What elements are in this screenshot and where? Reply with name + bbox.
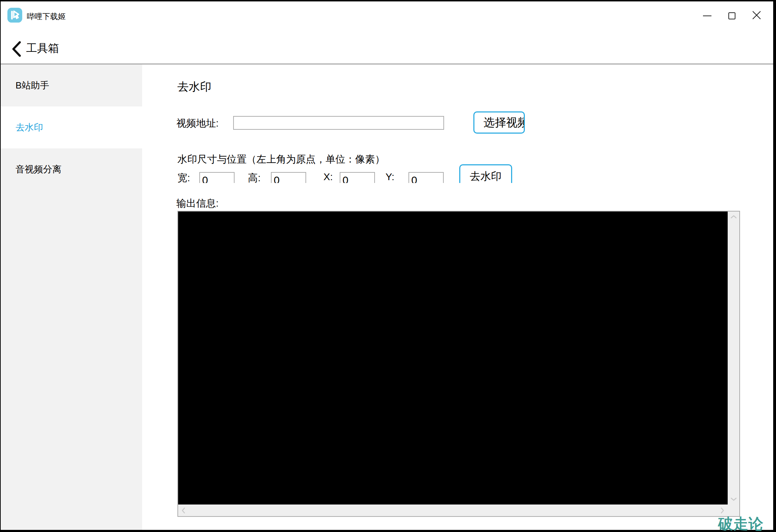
x-label: X: — [323, 171, 333, 183]
window-border-top — [0, 0, 776, 1]
scroll-left-icon[interactable] — [182, 507, 185, 514]
close-button[interactable] — [744, 5, 769, 26]
video-address-label: 视频地址: — [176, 117, 219, 130]
app-logo-icon — [7, 8, 22, 23]
sidebar-item-label: 去水印 — [16, 121, 43, 134]
width-input[interactable] — [199, 172, 235, 183]
minimize-icon — [703, 16, 711, 16]
app-title: 哔哩下载姬 — [27, 11, 66, 22]
watermark-params-row: 宽: 高: X: Y: 去水印 — [159, 163, 536, 183]
scroll-right-icon[interactable] — [721, 507, 724, 514]
window-controls — [695, 1, 769, 30]
title-bar: 哔哩下载姬 — [0, 1, 776, 30]
window-border-left — [0, 0, 1, 532]
height-input[interactable] — [271, 172, 306, 183]
sidebar: B站助手 去水印 音视频分离 — [1, 65, 142, 530]
app-window: 哔哩下载姬 工具箱 — [0, 0, 776, 532]
close-icon — [752, 11, 761, 21]
window-border-bottom — [0, 530, 776, 532]
sidebar-item-label: 音视频分离 — [16, 163, 61, 176]
y-input[interactable] — [408, 172, 444, 183]
toolbox-title[interactable]: 工具箱 — [26, 41, 59, 56]
output-console-content[interactable] — [178, 212, 728, 505]
maximize-button[interactable] — [720, 5, 744, 26]
minimize-button[interactable] — [695, 5, 720, 26]
scroll-up-icon[interactable] — [730, 215, 737, 219]
sidebar-item-bilibili-helper[interactable]: B站助手 — [1, 65, 142, 106]
y-label: Y: — [386, 171, 394, 183]
x-input[interactable] — [340, 172, 375, 183]
horizontal-scrollbar[interactable] — [178, 505, 728, 516]
remove-watermark-button[interactable]: 去水印 — [459, 164, 512, 183]
forum-watermark-text: 破走论坛 — [718, 514, 776, 532]
sidebar-item-remove-watermark[interactable]: 去水印 — [1, 106, 142, 148]
back-arrow-icon[interactable] — [11, 40, 23, 59]
page-title: 去水印 — [177, 79, 211, 95]
maximize-icon — [728, 12, 735, 19]
sidebar-item-av-separation[interactable]: 音视频分离 — [1, 148, 142, 190]
sidebar-item-label: B站助手 — [16, 79, 49, 92]
video-address-input[interactable] — [233, 116, 444, 130]
scroll-down-icon[interactable] — [730, 497, 737, 501]
vertical-scrollbar[interactable] — [728, 212, 739, 505]
window-border-right — [773, 0, 776, 532]
width-label: 宽: — [177, 171, 190, 183]
main-content: 去水印 视频地址: 选择视频 水印尺寸与位置（左上角为原点，单位：像素） 宽: … — [142, 65, 773, 530]
height-label: 高: — [248, 171, 261, 183]
select-video-button[interactable]: 选择视频 — [473, 111, 525, 134]
toolbox-nav-row: 工具箱 — [0, 35, 776, 63]
output-console — [177, 211, 740, 517]
output-info-label: 输出信息: — [176, 197, 219, 210]
